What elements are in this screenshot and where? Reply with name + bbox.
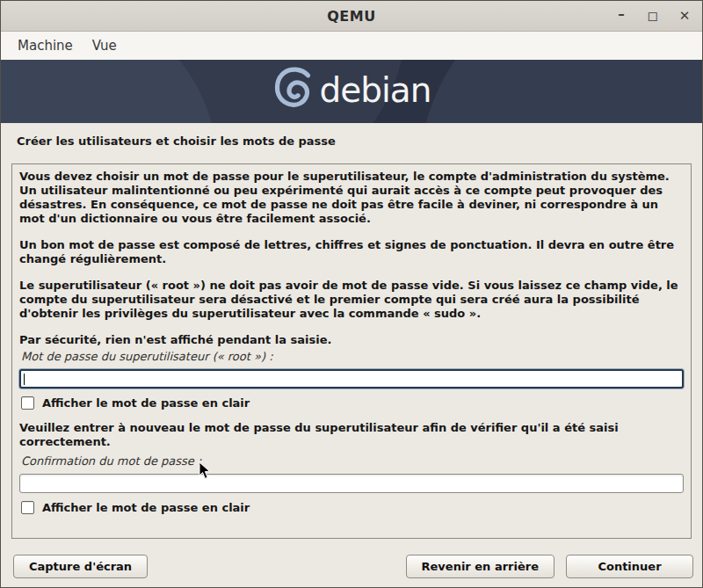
intro-paragraph: Vous devez choisir un mot de passe pour … [19,170,684,226]
go-back-button[interactable]: Revenir en arrière [406,555,554,578]
page-title: Créer les utilisateurs et choisir les mo… [17,134,702,148]
confirm-password-label: Confirmation du mot de passe : [21,454,684,468]
minimize-icon[interactable]: – [611,4,632,25]
show-password-row-1[interactable]: Afficher le mot de passe en clair [21,396,684,410]
menu-vue[interactable]: Vue [84,34,125,57]
title-bar[interactable]: QEMU – ◻ ✕ [1,1,702,32]
menu-machine[interactable]: Machine [10,34,81,57]
text-caret [24,374,25,385]
menu-bar: Machine Vue [1,32,702,60]
empty-password-paragraph: Le superutilisateur (« root ») ne doit p… [19,279,684,321]
form-panel: Vous devez choisir un mot de passe pour … [11,163,692,539]
confirm-paragraph: Veuillez entrer à nouveau le mot de pass… [19,421,684,449]
root-password-label: Mot de passe du superutilisateur (« root… [21,350,684,363]
debian-swirl-icon [272,66,318,117]
continue-button[interactable]: Continuer [566,555,693,578]
qemu-window: QEMU – ◻ ✕ Machine Vue debian Créer les … [0,0,703,588]
screenshot-button[interactable]: Capture d'écran [13,555,148,578]
close-icon[interactable]: ✕ [674,5,695,26]
show-password-label-2: Afficher le mot de passe en clair [42,501,250,514]
show-password-checkbox-1[interactable] [21,396,34,410]
footer-actions: Capture d'écran Revenir en arrière Conti… [1,554,702,578]
debian-logo-text: debian [320,70,431,110]
confirm-password-input[interactable] [19,474,684,493]
show-password-row-2[interactable]: Afficher le mot de passe en clair [21,501,684,514]
installer-content: Créer les utilisateurs et choisir les mo… [1,123,702,587]
root-password-input[interactable] [19,369,684,388]
maximize-icon[interactable]: ◻ [642,5,663,26]
debian-banner: debian [1,60,702,123]
window-controls: – ◻ ✕ [611,1,695,31]
show-password-checkbox-2[interactable] [21,501,34,514]
debian-logo: debian [272,66,431,117]
good-password-paragraph: Un bon mot de passe est composé de lettr… [19,238,684,266]
security-note: Par sécurité, rien n'est affiché pendant… [19,333,684,347]
show-password-label-1: Afficher le mot de passe en clair [42,396,250,410]
window-title: QEMU [327,8,375,25]
